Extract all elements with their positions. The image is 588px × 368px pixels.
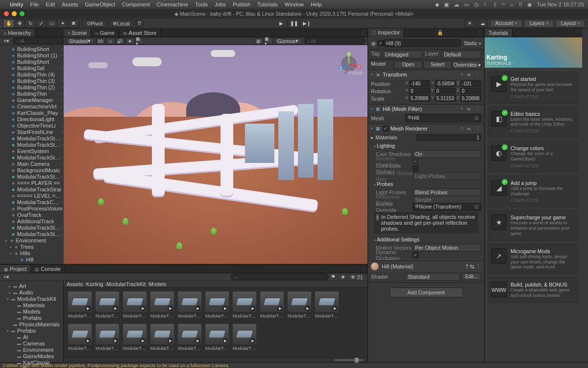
asset-item[interactable]: ModularTr…: [260, 291, 284, 321]
scene-tab[interactable]: #Scene: [64, 29, 91, 37]
layer-dropdown[interactable]: Default: [441, 51, 481, 58]
menu-window[interactable]: Window: [285, 1, 304, 7]
gameobject-name-input[interactable]: [384, 39, 461, 47]
hierarchy-item[interactable]: ◈BuildingThin (2)>: [0, 84, 64, 91]
lighting-foldout[interactable]: Lighting: [371, 141, 481, 150]
project-filter-icon[interactable]: ⚑: [329, 274, 338, 280]
asset-item[interactable]: ModularTr…: [95, 324, 120, 353]
inspector-tab[interactable]: ⓘInspector: [368, 28, 404, 37]
dynamic-occlusion-checkbox[interactable]: [413, 252, 418, 258]
project-hidden-icon[interactable]: 👁 21: [348, 274, 365, 280]
hierarchy-item[interactable]: ◈BuildingShort>: [0, 46, 64, 53]
project-folder[interactable]: ▬Prefabs: [0, 315, 63, 321]
scale-z-input[interactable]: [461, 95, 481, 102]
shader-edit-button[interactable]: Edit...: [462, 273, 481, 280]
tray-time-icon[interactable]: ◷: [474, 1, 479, 8]
tray-display-icon[interactable]: ▭: [464, 1, 469, 8]
hand-tool-button[interactable]: ✋: [3, 20, 14, 27]
tag-dropdown[interactable]: Untagged: [383, 51, 422, 58]
breadcrumb-item[interactable]: ModularTrackKit: [106, 281, 148, 287]
hierarchy-item[interactable]: ◈OvalTrack: [0, 212, 64, 218]
game-tab[interactable]: ∞Game: [91, 29, 119, 37]
project-create-button[interactable]: +▾: [1, 274, 11, 280]
window-close-button[interactable]: [4, 11, 9, 16]
asset-item[interactable]: ModularTr…: [177, 291, 202, 321]
tray-control-icon[interactable]: ⠿: [518, 1, 522, 8]
hierarchy-item[interactable]: ◈EventSystem: [0, 148, 64, 155]
receive-shadows-checkbox[interactable]: [413, 158, 418, 164]
tray-unity-icon[interactable]: ◆: [435, 1, 439, 8]
hierarchy-item[interactable]: ◈===== LEVEL ====: [0, 193, 64, 199]
status-bar[interactable]: When used with builtin render pipeline, …: [0, 362, 588, 368]
tutorial-card[interactable]: ↗ Microgame ModsAdd self-driving karts, …: [489, 244, 578, 274]
tray-siri-icon[interactable]: ◉: [527, 1, 532, 8]
scale-y-input[interactable]: [435, 95, 456, 102]
breadcrumb-item[interactable]: Models: [149, 281, 166, 287]
shading-dropdown[interactable]: Shaded ▾: [66, 38, 94, 44]
asset-item[interactable]: ModularTr…: [205, 324, 229, 353]
rotation-x-input[interactable]: [409, 88, 430, 94]
tutorial-card[interactable]: ◐✓ Change colorsChange the color of a Ga…: [489, 141, 578, 173]
asset-item[interactable]: ModularTr…: [150, 291, 174, 321]
model-select-button[interactable]: Select: [423, 61, 452, 69]
hierarchy-item[interactable]: ◈ModularTrackStrai>: [0, 135, 64, 142]
hierarchy-item[interactable]: ◈BuildingThin (3)>: [0, 78, 64, 84]
tray-cloud-icon[interactable]: ☁: [454, 1, 459, 8]
asset-item[interactable]: ModularTr…: [232, 324, 257, 353]
add-component-button[interactable]: Add Component: [390, 288, 463, 297]
play-button[interactable]: ▶: [275, 20, 288, 27]
layout-dropdown[interactable]: Layout: [556, 20, 585, 27]
asset-store-tab[interactable]: 🛍Asset Store: [119, 29, 161, 37]
asset-item[interactable]: ModularTr…: [68, 324, 92, 353]
scene-viewport[interactable]: x y z ≡ Persp: [64, 45, 368, 264]
hierarchy-item[interactable]: ◈GameManager>: [0, 97, 64, 104]
hierarchy-item[interactable]: ▾◈Hills: [0, 250, 64, 257]
asset-item[interactable]: ModularTr…: [287, 291, 312, 321]
hierarchy-item[interactable]: ◈StartFinishLine>: [0, 129, 64, 135]
collab-icon[interactable]: ☀: [465, 20, 475, 27]
rect-tool-button[interactable]: ▭: [47, 20, 57, 27]
project-folder[interactable]: ▸▬Art: [0, 283, 63, 289]
rotate-tool-button[interactable]: ↻: [25, 20, 36, 27]
hierarchy-item[interactable]: ◈Hill: [0, 257, 64, 263]
project-folder[interactable]: ▬Environment: [0, 347, 63, 353]
hierarchy-item[interactable]: ◈KartClassic_Play>: [0, 110, 64, 116]
additional-settings-foldout[interactable]: Additional Settings: [371, 235, 481, 244]
material-header[interactable]: Hill (Material) ? ⇆ ⋮: [368, 261, 484, 272]
hierarchy-item[interactable]: ◈ModularTrackStrai>: [0, 225, 64, 231]
model-open-button[interactable]: Open: [394, 61, 422, 69]
hierarchy-item[interactable]: ◈BackgroundMusic: [0, 167, 64, 174]
tray-wifi-icon[interactable]: ⌔: [502, 1, 505, 7]
anchor-override-field[interactable]: None (Transform)⊙: [413, 203, 481, 211]
custom-tool-button[interactable]: ✖: [68, 20, 79, 27]
account-dropdown[interactable]: Account: [490, 20, 522, 27]
menu-component[interactable]: Component: [122, 1, 150, 7]
light-probes-dropdown[interactable]: Blend Probes: [413, 188, 481, 196]
hierarchy-item[interactable]: ◈CinemachineVirt>: [0, 104, 64, 110]
pivot-toggle[interactable]: ⊙ Pivot: [82, 20, 107, 27]
tutorial-card[interactable]: ★ Supercharge your gameDiscover a world …: [489, 210, 578, 240]
transform-tool-button[interactable]: ✦: [57, 20, 68, 27]
clock[interactable]: Tue Nov 2 16:27:25: [537, 1, 584, 7]
contribute-gi-checkbox[interactable]: [413, 166, 418, 172]
hierarchy-item[interactable]: ◈Main Camera>: [0, 161, 64, 167]
hierarchy-item[interactable]: ◈BuildingThin>: [0, 91, 64, 97]
breadcrumb-item[interactable]: Assets: [67, 281, 86, 287]
menu-tutorials[interactable]: Tutorials: [257, 1, 278, 7]
menu-publish[interactable]: Publish: [233, 1, 250, 7]
hierarchy-item[interactable]: ◈ObjectiveTimeLi>: [0, 123, 64, 129]
hierarchy-item[interactable]: ◈BuildingShort (1)>: [0, 53, 64, 59]
hierarchy-item[interactable]: ◈ModularTrackStrai: [0, 186, 64, 193]
console-tab[interactable]: ▤Console: [31, 265, 65, 273]
tutorial-hero[interactable]: KartingTUTORIALS: [485, 37, 582, 68]
asset-item[interactable]: ModularTr…: [315, 291, 339, 321]
menu-unity[interactable]: Unity: [10, 1, 24, 7]
audio-toggle[interactable]: 🔊: [116, 38, 124, 44]
camera-toggle[interactable]: ▥: [254, 38, 263, 44]
hierarchy-item[interactable]: ◈ModularTrackStrai>: [0, 142, 64, 148]
asset-item[interactable]: ModularTr…: [150, 324, 174, 353]
static-dropdown[interactable]: Static ▾: [464, 40, 481, 46]
hierarchy-create-button[interactable]: +▾: [1, 38, 11, 44]
fx-toggle[interactable]: ★: [125, 38, 134, 44]
materials-count-input[interactable]: [416, 134, 481, 141]
